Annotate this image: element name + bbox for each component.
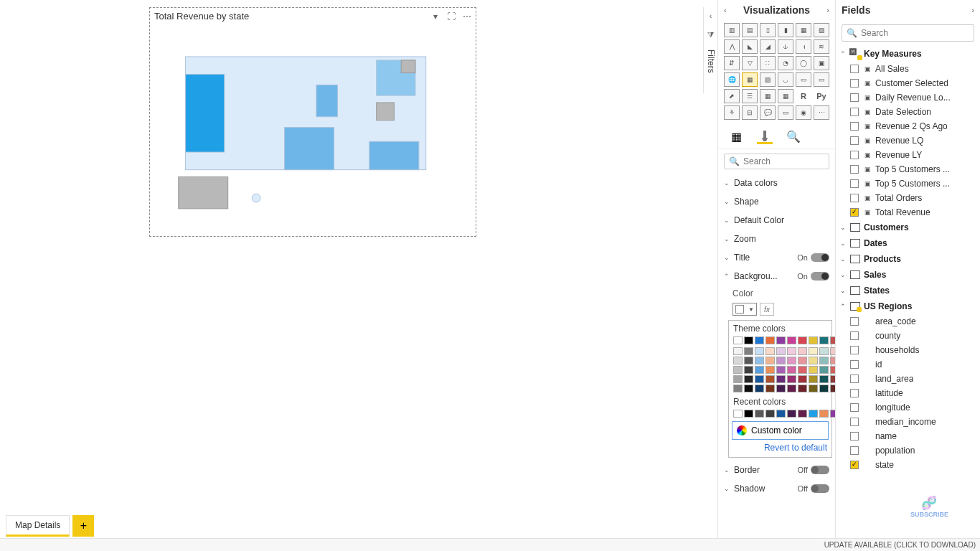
recent-color-swatch[interactable]: [819, 410, 829, 418]
expand-filters-icon[interactable]: ‹: [710, 11, 712, 20]
color-swatch[interactable]: [830, 347, 835, 355]
field-checkbox[interactable]: [850, 79, 859, 88]
color-swatch[interactable]: [776, 336, 786, 344]
field-checkbox[interactable]: [850, 194, 859, 202]
fields-search[interactable]: 🔍: [842, 24, 974, 42]
table-icon[interactable]: ▦: [760, 89, 776, 103]
color-swatch[interactable]: [744, 336, 753, 344]
color-swatch[interactable]: [776, 375, 786, 383]
color-swatch[interactable]: [744, 347, 753, 355]
field-checkbox[interactable]: [850, 375, 859, 383]
color-swatch[interactable]: [819, 347, 829, 355]
color-swatch[interactable]: [819, 357, 829, 364]
r-visual-icon[interactable]: R: [796, 89, 811, 103]
combo1-icon[interactable]: ⫝: [778, 39, 793, 54]
field-total-revenue[interactable]: ▣Total Revenue: [836, 205, 980, 220]
waterfall-icon[interactable]: ⇵: [724, 56, 740, 70]
page-tab-map-details[interactable]: Map Details: [6, 515, 70, 537]
focus-mode-icon[interactable]: ⛶: [446, 11, 457, 22]
color-swatch[interactable]: [765, 336, 775, 344]
color-swatch[interactable]: [819, 385, 829, 392]
field-checkbox[interactable]: [850, 418, 859, 426]
map-visual[interactable]: Total Revenue by state ▾ ⛶ ⋯: [149, 7, 476, 237]
color-swatch[interactable]: [787, 375, 796, 383]
field-households[interactable]: households: [836, 343, 980, 357]
color-swatch[interactable]: [819, 336, 829, 344]
multi-card-icon[interactable]: ▭: [814, 72, 829, 87]
field-total-orders[interactable]: ▣Total Orders: [836, 191, 980, 205]
clustered-column-icon[interactable]: ▮: [778, 23, 793, 37]
field-checkbox[interactable]: [850, 403, 859, 412]
color-swatch[interactable]: [744, 357, 753, 364]
color-swatch[interactable]: [733, 375, 743, 383]
table-sales[interactable]: ⌄Sales: [836, 267, 980, 283]
field-area-code[interactable]: area_code: [836, 314, 980, 329]
color-swatch[interactable]: [830, 336, 835, 344]
fields-tab-icon[interactable]: ▦: [728, 128, 744, 144]
recent-color-swatch[interactable]: [809, 410, 818, 418]
color-swatch[interactable]: [733, 366, 743, 374]
analytics-tab-icon[interactable]: 🔍: [786, 128, 801, 144]
color-swatch[interactable]: [809, 347, 818, 355]
python-visual-icon[interactable]: Py: [814, 89, 829, 103]
field-state[interactable]: state: [836, 458, 980, 472]
pie-icon[interactable]: ◔: [778, 56, 793, 70]
filled-map[interactable]: [164, 33, 461, 222]
color-swatch[interactable]: [787, 357, 796, 364]
color-swatch[interactable]: [830, 366, 835, 374]
decomp-tree-icon[interactable]: ⊟: [742, 105, 758, 120]
color-swatch[interactable]: [809, 385, 818, 392]
color-swatch[interactable]: [744, 385, 753, 392]
recent-color-swatch[interactable]: [787, 410, 796, 418]
field-customer-selected[interactable]: ▣Customer Selected: [836, 76, 980, 90]
color-swatch[interactable]: [755, 347, 764, 355]
field-checkbox[interactable]: [850, 389, 859, 397]
color-swatch[interactable]: [744, 375, 753, 383]
color-swatch[interactable]: [787, 385, 796, 392]
color-swatch[interactable]: [744, 366, 753, 374]
color-swatch[interactable]: [787, 347, 796, 355]
table-key-measures[interactable]: ⌃Key Measures: [836, 46, 980, 62]
matrix-icon[interactable]: ▦: [778, 89, 793, 103]
color-swatch[interactable]: [765, 375, 775, 383]
format-search[interactable]: 🔍: [724, 154, 829, 169]
field-checkbox[interactable]: [850, 136, 859, 145]
update-available-link[interactable]: UPDATE AVAILABLE (CLICK TO DOWNLOAD): [824, 541, 976, 549]
100-column-icon[interactable]: ▧: [814, 23, 829, 37]
filled-map-icon[interactable]: ▦: [742, 72, 758, 87]
field-county[interactable]: county: [836, 329, 980, 343]
field-checkbox[interactable]: [850, 65, 859, 73]
field-checkbox[interactable]: [850, 346, 859, 354]
recent-color-swatch[interactable]: [798, 410, 807, 418]
color-swatch[interactable]: [776, 366, 786, 374]
table-us-regions[interactable]: ⌃US Regions: [836, 298, 980, 314]
format-tab-icon[interactable]: [757, 128, 773, 144]
recent-color-swatch[interactable]: [765, 410, 775, 418]
color-swatch[interactable]: [830, 357, 835, 364]
scatter-icon[interactable]: ∷: [760, 56, 776, 70]
combo2-icon[interactable]: ⫞: [796, 39, 811, 54]
recent-color-swatch[interactable]: [744, 410, 753, 418]
map-icon[interactable]: 🌐: [724, 72, 740, 87]
color-swatch[interactable]: [798, 357, 807, 364]
100-bar-icon[interactable]: ▦: [796, 23, 811, 37]
shape-map-icon[interactable]: ▨: [760, 72, 776, 87]
background-color-fx[interactable]: fx: [760, 303, 774, 316]
arcgis-icon[interactable]: ◉: [796, 105, 811, 120]
get-more-visuals-icon[interactable]: ⋯: [814, 105, 829, 120]
stacked-bar-icon[interactable]: ▥: [724, 23, 740, 37]
color-swatch[interactable]: [755, 336, 764, 344]
color-swatch[interactable]: [733, 336, 743, 344]
table-customers[interactable]: ⌄Customers: [836, 220, 980, 235]
color-swatch[interactable]: [798, 375, 807, 383]
field-name[interactable]: name: [836, 429, 980, 443]
card-icon[interactable]: ▭: [796, 72, 811, 87]
field-land-area[interactable]: land_area: [836, 372, 980, 386]
field-checkbox[interactable]: [850, 93, 859, 102]
field-checkbox[interactable]: [850, 165, 859, 174]
more-options-icon[interactable]: ⋯: [461, 11, 473, 22]
format-border[interactable]: ⌄BorderOff: [718, 461, 835, 479]
field-checkbox[interactable]: [850, 122, 859, 131]
clustered-bar-icon[interactable]: ▤: [742, 23, 758, 37]
field-all-sales[interactable]: ▣All Sales: [836, 62, 980, 76]
